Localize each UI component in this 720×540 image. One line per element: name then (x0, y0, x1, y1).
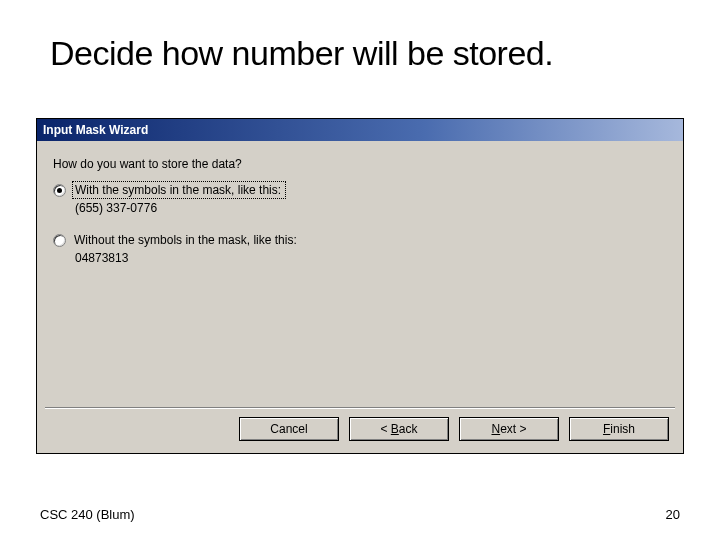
dialog-title: Input Mask Wizard (43, 123, 148, 137)
option-label: With the symbols in the mask, like this: (72, 181, 286, 199)
option-example: (655) 337-0776 (75, 201, 667, 215)
next-button[interactable]: Next > (459, 417, 559, 441)
slide-footer-left: CSC 240 (Blum) (40, 507, 135, 522)
dialog-button-row: Cancel < Back Next > Finish (239, 417, 669, 441)
wizard-question: How do you want to store the data? (53, 157, 667, 171)
slide-footer-right: 20 (666, 507, 680, 522)
radio-icon[interactable] (53, 184, 66, 197)
back-button[interactable]: < Back (349, 417, 449, 441)
dialog-titlebar: Input Mask Wizard (37, 119, 683, 141)
option-label: Without the symbols in the mask, like th… (74, 233, 667, 247)
finish-button[interactable]: Finish (569, 417, 669, 441)
option-example: 04873813 (75, 251, 667, 265)
radio-option-without-symbols[interactable]: Without the symbols in the mask, like th… (53, 233, 667, 247)
dialog-content: How do you want to store the data? With … (37, 141, 683, 265)
cancel-button[interactable]: Cancel (239, 417, 339, 441)
slide-title: Decide how number will be stored. (50, 34, 553, 73)
button-divider (45, 407, 675, 409)
radio-option-with-symbols[interactable]: With the symbols in the mask, like this: (53, 183, 667, 197)
radio-icon[interactable] (53, 234, 66, 247)
wizard-dialog: Input Mask Wizard How do you want to sto… (36, 118, 684, 454)
